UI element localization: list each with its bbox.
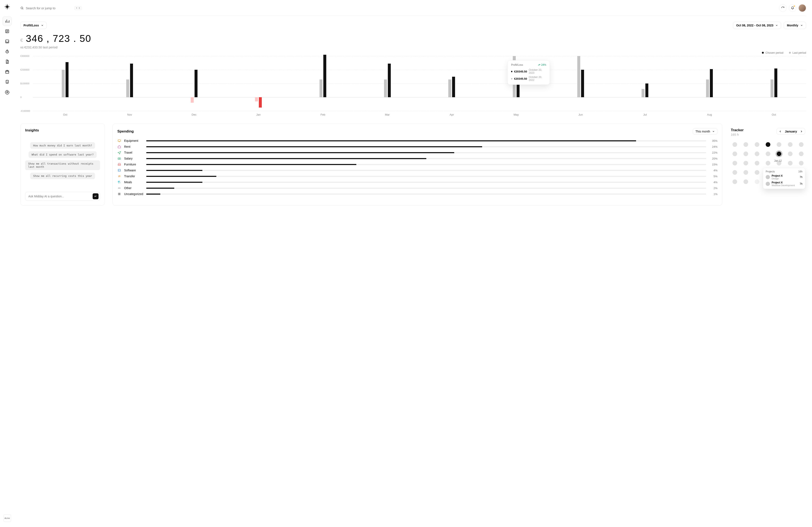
search-input[interactable] <box>26 6 72 10</box>
notifications-button[interactable] <box>789 4 796 12</box>
project-row[interactable]: Project XWebflow Development7h <box>766 181 802 186</box>
sidebar-item-tracker[interactable] <box>2 47 12 56</box>
tracker-day[interactable] <box>766 161 770 165</box>
spending-row[interactable]: Uncategorized1% <box>117 192 717 196</box>
insight-suggestion[interactable]: What did I spend on software last year? <box>29 151 97 158</box>
chevron-left-icon[interactable] <box>779 130 782 133</box>
chevron-right-icon[interactable] <box>800 130 803 133</box>
tracker-day[interactable] <box>755 161 759 165</box>
svg-point-6 <box>21 7 23 9</box>
x-axis-tick: Jan <box>226 113 291 116</box>
date-range-selector[interactable]: Oct 08, 2022 - Oct 08, 2023 <box>733 22 781 29</box>
tracker-day[interactable] <box>743 170 748 175</box>
bar-group[interactable] <box>33 56 98 111</box>
tracker-day[interactable] <box>777 142 781 147</box>
sidebar-item-transactions[interactable] <box>2 27 12 36</box>
bar-group[interactable] <box>677 56 742 111</box>
spending-row[interactable]: Meals4% <box>117 180 717 184</box>
tracker-day[interactable] <box>788 151 793 156</box>
other-icon <box>117 186 121 190</box>
metric-selector[interactable]: Profit/Loss <box>20 22 47 29</box>
search[interactable]: ⌘ K <box>20 6 776 10</box>
project-avatar <box>766 175 770 179</box>
bar-group[interactable] <box>226 56 291 111</box>
sidebar-item-inbox[interactable] <box>2 37 12 46</box>
tracker-day[interactable] <box>755 151 759 156</box>
spending-period-selector[interactable]: This month <box>693 128 717 135</box>
tracker-day[interactable] <box>743 179 748 184</box>
granularity-selector[interactable]: Monthly <box>784 22 806 29</box>
search-icon <box>20 6 24 10</box>
tracker-day[interactable] <box>788 142 793 147</box>
tracker-day[interactable] <box>743 151 748 156</box>
ai-ask-send-button[interactable] <box>92 193 99 199</box>
tracker-day[interactable] <box>733 161 737 165</box>
spending-row[interactable]: Rent24% <box>117 145 717 149</box>
sidebar-item-apps[interactable] <box>2 77 12 87</box>
bar-group[interactable] <box>98 56 162 111</box>
amount-value: 346 , 723 . 50 <box>26 33 91 44</box>
team-switcher[interactable]: Acme <box>3 514 11 522</box>
x-axis-tick: Feb <box>291 113 355 116</box>
bar-group[interactable] <box>742 56 806 111</box>
tracker-day[interactable] <box>766 151 770 156</box>
chevron-down-icon <box>41 24 44 27</box>
tracker-day[interactable] <box>777 151 781 156</box>
svg-rect-15 <box>119 193 120 194</box>
bar-group[interactable] <box>420 56 484 111</box>
tracker-day[interactable] <box>755 170 759 175</box>
tracker-month-selector[interactable]: January <box>777 128 805 135</box>
tracker-day[interactable] <box>743 161 748 165</box>
user-avatar[interactable] <box>798 4 806 12</box>
spending-row[interactable]: Travel22% <box>117 151 717 154</box>
bar-group[interactable] <box>162 56 226 111</box>
ai-ask-input[interactable] <box>28 195 92 198</box>
tracker-day[interactable] <box>755 142 759 147</box>
spending-row[interactable]: Software4% <box>117 168 717 172</box>
tracker-day[interactable] <box>788 161 793 165</box>
spending-row[interactable]: Other2% <box>117 186 717 190</box>
insight-suggestion[interactable]: How much money did I earn last month? <box>30 142 95 149</box>
project-row[interactable]: Project XDesign7h <box>766 174 802 180</box>
tracker-day[interactable] <box>733 170 737 175</box>
bar-group[interactable] <box>291 56 355 111</box>
x-axis-tick: Nov <box>98 113 162 116</box>
spending-row[interactable]: Salary20% <box>117 156 717 160</box>
insight-suggestion[interactable]: Show me all recurring costs this year <box>30 172 95 179</box>
tracker-day[interactable] <box>743 142 748 147</box>
software-icon <box>117 168 121 172</box>
svg-rect-17 <box>119 194 120 195</box>
sidebar-item-settings[interactable] <box>2 88 12 97</box>
spending-row[interactable]: Transfer5% <box>117 174 717 178</box>
sidebar-item-overview[interactable] <box>2 16 12 26</box>
spending-bar <box>146 182 706 183</box>
tracker-day[interactable] <box>799 161 803 165</box>
spending-row[interactable]: Equipment35% <box>117 139 717 142</box>
search-shortcut: ⌘ K <box>74 6 82 10</box>
tracker-day[interactable] <box>755 179 759 184</box>
insight-suggestion[interactable]: Show me all transactions without receipt… <box>25 160 100 170</box>
ai-ask[interactable] <box>25 192 100 201</box>
project-hours: 7h <box>800 176 802 179</box>
tracker-day[interactable] <box>733 151 737 156</box>
sidebar-item-vault[interactable] <box>2 67 12 76</box>
currency-symbol: € <box>20 37 23 43</box>
metric-selector-label: Profit/Loss <box>24 24 39 27</box>
bell-icon <box>791 6 794 10</box>
spending-label: Uncategorized <box>124 192 144 196</box>
tracker-day[interactable] <box>733 179 737 184</box>
spending-bar <box>146 194 706 195</box>
tracker-day[interactable] <box>733 142 737 147</box>
tracker-day[interactable] <box>799 151 803 156</box>
tracker-day[interactable] <box>799 142 803 147</box>
bar-group[interactable] <box>613 56 677 111</box>
tracker-day[interactable] <box>766 142 770 147</box>
spending-pct: 20% <box>708 157 717 160</box>
spending-row[interactable]: Furniture15% <box>117 163 717 166</box>
tracker-hours: 165 h <box>731 133 744 136</box>
refresh-button[interactable] <box>779 4 787 12</box>
bar-group[interactable] <box>548 56 613 111</box>
spending-pct: 2% <box>708 186 717 190</box>
bar-group[interactable] <box>355 56 420 111</box>
sidebar-item-invoices[interactable] <box>2 57 12 66</box>
